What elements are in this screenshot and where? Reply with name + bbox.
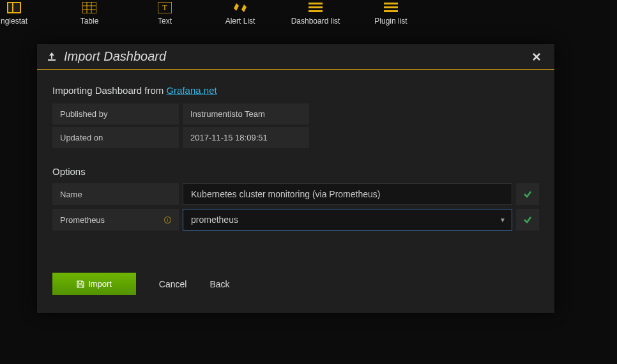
importing-source: Importing Dashboard from Grafana.net <box>52 85 539 96</box>
svg-rect-12 <box>308 10 323 12</box>
modal-title: Import Dashboard <box>64 49 528 64</box>
panel-type-plugin-list[interactable]: Plugin list <box>358 0 424 26</box>
dashboard-metadata: Published by Instrumentisto Team Updated… <box>52 103 539 148</box>
import-dashboard-modal: Import Dashboard Importing Dashboard fro… <box>37 44 554 313</box>
back-button[interactable]: Back <box>209 279 229 289</box>
svg-rect-14 <box>384 6 398 8</box>
panel-label: Plugin list <box>374 17 407 26</box>
panel-type-row: nglestat Table T Text Alert List Dashboa… <box>0 0 617 31</box>
modal-actions: Import Cancel Back <box>52 273 539 295</box>
name-valid-indicator <box>516 183 539 205</box>
svg-text:i: i <box>167 218 169 222</box>
panel-label: Dashboard list <box>291 17 340 26</box>
plugin-list-icon <box>384 1 398 14</box>
table-icon <box>82 1 96 14</box>
info-icon[interactable]: i <box>164 216 171 224</box>
svg-rect-16 <box>48 59 56 61</box>
prometheus-label: Prometheus i <box>52 209 179 231</box>
alert-list-icon <box>232 1 248 14</box>
svg-rect-13 <box>384 3 398 4</box>
panel-type-text[interactable]: T Text <box>132 0 198 26</box>
upload-icon <box>46 51 57 63</box>
panel-label: Table <box>80 17 99 26</box>
panel-label: Alert List <box>225 17 255 26</box>
modal-header: Import Dashboard <box>37 44 554 70</box>
name-input[interactable] <box>183 183 512 205</box>
panel-label: nglestat <box>1 17 27 26</box>
svg-rect-3 <box>82 2 96 13</box>
panel-type-singlestat[interactable]: nglestat <box>0 0 47 26</box>
published-by-label: Published by <box>52 103 179 125</box>
prometheus-select[interactable]: prometheus <box>183 209 512 231</box>
panel-type-dashboard-list[interactable]: Dashboard list <box>282 0 349 26</box>
check-icon <box>523 190 532 199</box>
svg-rect-1 <box>8 3 12 12</box>
check-icon <box>523 215 532 224</box>
svg-text:T: T <box>162 3 167 12</box>
panel-type-table[interactable]: Table <box>56 0 123 26</box>
modal-body: Importing Dashboard from Grafana.net Pub… <box>37 70 554 313</box>
name-label: Name <box>52 183 179 205</box>
svg-rect-15 <box>384 10 398 12</box>
singlestat-icon <box>7 1 21 14</box>
updated-on-label: Updated on <box>52 127 179 148</box>
published-by-value: Instrumentisto Team <box>183 103 309 125</box>
close-button[interactable] <box>528 50 545 63</box>
save-icon <box>77 280 84 288</box>
svg-rect-2 <box>13 3 20 12</box>
cancel-button[interactable]: Cancel <box>159 279 187 289</box>
option-row-prometheus: Prometheus i prometheus ▼ <box>52 209 539 231</box>
dashboard-list-icon <box>308 1 323 14</box>
import-button[interactable]: Import <box>52 273 136 295</box>
prometheus-valid-indicator <box>516 209 539 231</box>
text-icon: T <box>158 1 172 14</box>
updated-on-value: 2017-11-15 18:09:51 <box>183 127 309 148</box>
close-icon <box>533 53 540 61</box>
svg-rect-10 <box>308 3 323 4</box>
panel-label: Text <box>158 17 172 26</box>
option-row-name: Name <box>52 183 539 205</box>
panel-type-alert-list[interactable]: Alert List <box>207 0 273 26</box>
svg-rect-11 <box>308 6 323 8</box>
grafana-net-link[interactable]: Grafana.net <box>166 85 217 96</box>
options-heading: Options <box>52 166 539 177</box>
